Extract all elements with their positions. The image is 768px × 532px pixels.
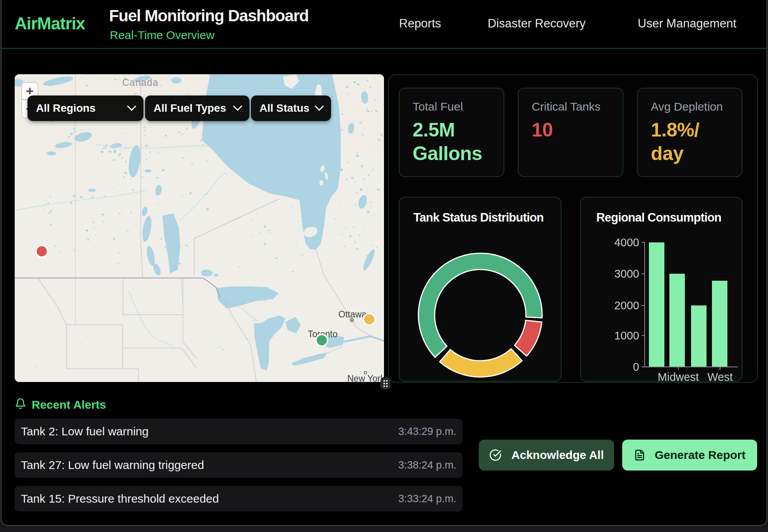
svg-text:New York: New York	[347, 373, 384, 382]
svg-text:Midwest: Midwest	[658, 371, 699, 382]
svg-text:0: 0	[633, 361, 639, 373]
svg-text:3000: 3000	[614, 268, 639, 280]
svg-text:Ottawa: Ottawa	[338, 309, 367, 319]
svg-text:1000: 1000	[614, 329, 639, 342]
svg-text:Canada: Canada	[122, 77, 159, 88]
svg-text:4000: 4000	[614, 236, 639, 249]
svg-text:2000: 2000	[614, 299, 639, 312]
svg-text:West: West	[707, 371, 733, 382]
